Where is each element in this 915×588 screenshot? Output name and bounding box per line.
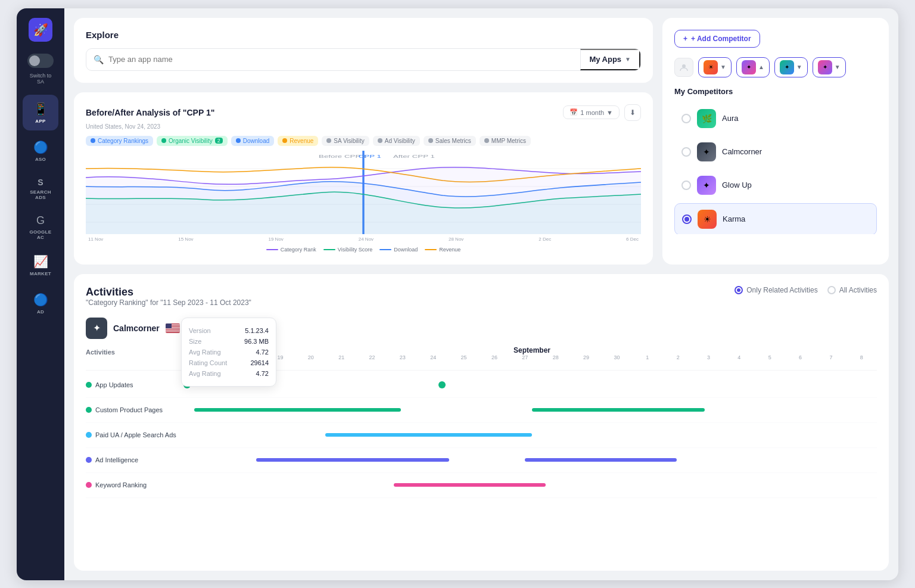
ad-icon: 🔵 [33,293,48,307]
sidebar-item-market[interactable]: 📈 MARKET [23,247,58,283]
sidebar-item-ad[interactable]: 🔵 AD [23,285,58,321]
activity-dot-app-updates [86,382,92,388]
competitor-item-calmcorner[interactable]: ✦ Calmcorner [674,136,877,167]
tooltip-rating-count-value: 29614 [250,359,269,366]
radio-only-related-label: Only Related Activities [746,286,817,294]
competitor-name-calmcorner: Calmcorner [722,147,762,156]
tooltip-size-value: 96.3 MB [244,338,269,345]
search-input-wrap: 🔍 [86,55,580,64]
chart-x-labels: 11 Nov 15 Nov 19 Nov 24 Nov 28 Nov 2 Dec… [86,237,641,242]
explore-title: Explore [86,30,641,40]
competitor-icon-glow-up: ✦ [697,176,716,195]
chart-legend: Category Rankings Organic Visibility 2 D… [86,136,641,146]
activity-name-cpp: Custom Product Pages [95,406,163,413]
competitor-item-glow-up[interactable]: ✦ Glow Up [674,170,877,201]
activities-title-area: Activities "Category Ranking" for "11 Se… [86,286,251,315]
chart-controls: 📅 1 month ▼ ⬇ [563,104,641,121]
activities-header-label: Activities [86,349,115,356]
radio-only-related[interactable]: Only Related Activities [735,286,817,294]
legend-ad-visibility[interactable]: Ad Visibility [373,136,420,146]
competitor-radio-glow-up[interactable] [681,181,691,190]
svg-text:After CPP 1: After CPP 1 [393,153,435,158]
tooltip-row-version: Version 5.1.23.4 [189,325,269,336]
competitors-list: 🌿 Aura ✦ Calmcorner ✦ [674,103,877,234]
sidebar-item-label-google-ac: GOOGLEAC [30,229,52,240]
activity-label-app-updates: App Updates [86,381,187,388]
competitors-list-title: My Competitors [674,87,877,96]
competitor-icon-aura: 🌿 [697,109,716,128]
ad-intel-bar-2 [525,458,677,462]
version-tooltip: Version 5.1.23.4 Size 96.3 MB Avg Rating… [181,318,276,387]
competitor-radio-karma[interactable] [682,214,692,224]
paid-ua-bar [325,433,532,437]
chart-title: Before/After Analysis of "CPP 1" [86,108,214,117]
competitor-name-karma: Karma [723,214,745,223]
line-legend-revenue: Revenue [425,247,460,253]
keyword-ranking-bar [394,483,546,487]
tooltip-size-label: Size [189,338,201,345]
legend-download[interactable]: Download [231,136,274,146]
calendar-icon: 📅 [569,108,578,116]
top-row: Explore 🔍 My Apps ▼ [74,18,889,265]
search-ads-icon: S [38,178,43,187]
svg-rect-16 [166,323,172,328]
download-button[interactable]: ⬇ [624,104,641,121]
legend-revenue[interactable]: Revenue [278,136,318,146]
competitor-radio-aura[interactable] [681,114,691,123]
comp-icon-group-pink[interactable]: ✦ ▼ [813,57,846,77]
chart-area: Before CPP 1 CPP 1 After CPP 1 [86,151,641,234]
chart-header: Before/After Analysis of "CPP 1" 📅 1 mon… [86,104,641,121]
legend-category-rankings[interactable]: Category Rankings [86,136,153,146]
activity-name-keyword-ranking: Keyword Ranking [95,481,147,489]
tooltip-avg-rating2-value: 4.72 [256,370,269,377]
month-header-row: September [187,346,877,354]
app-container: 🚀 Switch toSA 📱 APP 🔵 ASO S SEARCHADS G … [17,8,898,580]
radio-all-activities-label: All Activities [839,286,877,294]
legend-mmp-metrics[interactable]: MMP Metrics [480,136,531,146]
sidebar-switch-toggle[interactable] [27,54,54,68]
activity-dot-paid-ua [86,432,92,438]
comp-icon-group-karma[interactable]: ☀ ▼ [698,57,732,77]
competitor-icon-karma: ☀ [698,210,717,229]
period-button[interactable]: 📅 1 month ▼ [563,105,620,119]
comp-icon-group-aura[interactable]: ✦ ▲ [736,57,770,77]
sidebar-item-label-aso: ASO [35,157,46,162]
legend-organic-visibility[interactable]: Organic Visibility 2 [157,136,228,146]
app-info-row: ✦ Calmcorner [86,318,877,339]
legend-sa-visibility[interactable]: SA Visibility [322,136,369,146]
search-icon: 🔍 [94,55,104,64]
tooltip-avg-rating-label: Avg Rating [189,349,221,356]
radio-all-activities-circle [827,286,836,294]
app-logo: ✦ [86,318,107,339]
grid-row-keyword-ranking: Keyword Ranking [86,473,877,498]
comp-icon-group-green[interactable]: ✦ ▼ [774,57,808,77]
app-icon: 📱 [33,102,48,116]
sidebar-item-search-ads[interactable]: S SEARCHADS [23,171,58,207]
activities-title: Activities [86,286,251,298]
sidebar-item-label-app: APP [35,119,45,124]
legend-sales-metrics[interactable]: Sales Metrics [424,136,476,146]
activities-radio-group: Only Related Activities All Activities [735,286,877,294]
activity-label-keyword-ranking: Keyword Ranking [86,481,187,489]
sidebar-logo[interactable]: 🚀 [29,18,52,42]
svg-rect-14 [166,329,180,330]
grid-row-ad-intel: Ad Intelligence [86,448,877,473]
my-apps-label: My Apps [589,55,621,64]
competitor-item-karma[interactable]: ☀ Karma [674,203,877,234]
chart-panel: Before/After Analysis of "CPP 1" 📅 1 mon… [74,92,653,265]
radio-all-activities[interactable]: All Activities [827,286,877,294]
sidebar-item-aso[interactable]: 🔵 ASO [23,133,58,169]
competitor-item-aura[interactable]: 🌿 Aura [674,103,877,134]
tooltip-avg-rating-value: 4.72 [256,349,269,356]
tooltip-row-avg-rating2: Avg Rating 4.72 [189,368,269,379]
sidebar-item-google-ac[interactable]: G GOOGLEAC [23,209,58,245]
competitor-radio-calmcorner[interactable] [681,147,691,157]
grid-row-cpp: Custom Product Pages [86,398,877,423]
sidebar-item-label-market: MARKET [30,271,51,276]
search-input[interactable] [108,55,573,64]
cpp-bar-1 [194,408,401,412]
svg-rect-15 [166,331,180,332]
sidebar-item-app[interactable]: 📱 APP [23,95,58,130]
my-apps-button[interactable]: My Apps ▼ [580,49,640,70]
add-competitor-button[interactable]: + + Add Competitor [674,30,760,48]
